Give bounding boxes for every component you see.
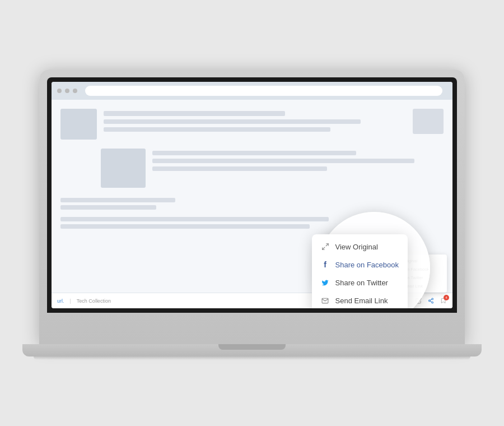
status-url: url. [57,298,64,304]
hero-image-placeholder [60,109,97,140]
side-image-placeholder [413,109,444,134]
hero-text [104,109,406,140]
page-area: ✏️ 4 [52,100,452,293]
laptop-foot-shadow [34,356,470,360]
browser-dot-2 [65,89,69,93]
browser-bar [52,82,452,100]
browser-dot-3 [73,89,77,93]
placeholder-line [152,151,356,155]
context-menu-label-share-facebook: Share on Facebook [335,261,399,269]
twitter-icon [321,278,330,287]
facebook-icon: f [321,260,330,269]
second-row [60,149,444,188]
browser-url-bar [85,86,442,96]
context-menu-item-view-original[interactable]: View Original [312,238,408,256]
status-bookmark-icon[interactable]: 4 [439,297,447,305]
laptop-base [22,344,482,356]
hero-section [60,109,444,140]
card-lines [152,149,444,188]
svg-line-16 [430,299,431,300]
status-share-icon[interactable] [427,297,435,305]
context-menu-item-share-twitter[interactable]: Share on Twitter [312,274,408,291]
laptop-outer: ✏️ 4 [39,70,465,344]
placeholder-line [152,159,414,163]
svg-line-11 [322,247,324,249]
screen-bezel: ✏️ 4 [47,77,457,313]
placeholder-line [104,119,361,124]
placeholder-line [152,166,327,171]
context-menu-label-send-email: Send Email Link [335,297,388,305]
laptop-notch [218,344,286,350]
expand-icon [321,242,330,251]
email-icon [321,296,330,305]
context-menu-item-send-email[interactable]: Send Email Link [312,291,408,308]
placeholder-line [60,224,310,229]
placeholder-line [104,127,330,132]
status-separator: | [70,298,71,304]
placeholder-line [104,111,285,116]
placeholder-line [60,217,329,221]
laptop-wrapper: ✏️ 4 [22,70,482,356]
context-menu: View Original f Share on Facebook [312,234,408,308]
status-left: url. | Tech Collection [57,298,111,304]
screen-content: ✏️ 4 [52,82,452,308]
browser-dot-1 [57,89,62,93]
context-menu-label-view-original: View Original [335,243,378,251]
status-bookmark-badge: 4 [444,295,449,300]
context-menu-label-share-twitter: Share on Twitter [335,279,388,287]
card-image-placeholder [101,149,146,188]
status-collection: Tech Collection [77,298,111,304]
placeholder-line [60,198,175,202]
svg-line-15 [430,301,431,302]
placeholder-line [60,205,156,210]
svg-line-10 [326,244,328,246]
context-menu-item-share-facebook[interactable]: f Share on Facebook [312,256,408,274]
